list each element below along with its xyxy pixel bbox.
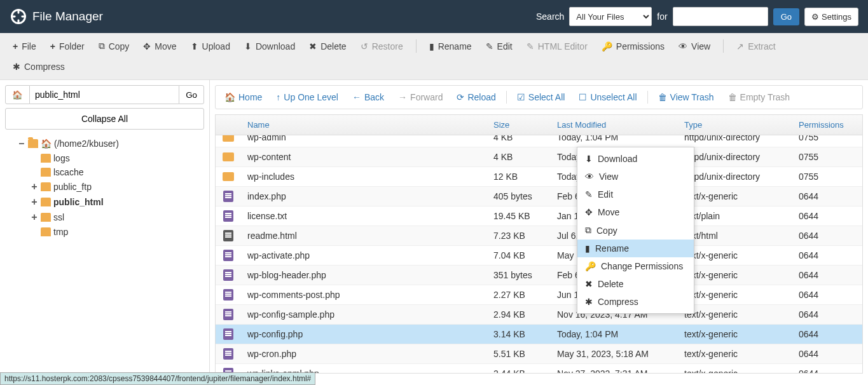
cell-name: wp-cron.php [241, 349, 493, 359]
cell-type: text/x-generic [684, 329, 799, 339]
download-button[interactable]: ⬇Download [238, 37, 301, 55]
tree-item[interactable]: +ssl [5, 210, 204, 225]
key-icon: 🔑 [602, 41, 612, 51]
home-button[interactable]: 🏠 [5, 85, 30, 104]
col-name[interactable]: Name [241, 120, 493, 130]
permissions-button[interactable]: 🔑Permissions [595, 37, 671, 55]
expand-icon[interactable]: + [31, 212, 38, 223]
eye-icon: 👁 [679, 41, 687, 51]
new-file-button[interactable]: +File [6, 37, 43, 55]
file-icon [223, 250, 233, 261]
cell-type: text/x-generic [684, 290, 799, 300]
nav-forward-button[interactable]: →Forward [392, 88, 449, 106]
ctx-change-permissions[interactable]: 🔑Change Permissions [577, 257, 694, 275]
expand-icon[interactable]: + [31, 181, 38, 192]
compress-button[interactable]: ✱Compress [6, 58, 71, 76]
tree-item[interactable]: lscache [5, 165, 204, 179]
table-row[interactable]: index.php405 bytesFeb 6, 2020, 5:03 PMte… [216, 187, 862, 206]
cell-perm: 0755 [799, 152, 862, 162]
col-size[interactable]: Size [493, 120, 557, 130]
tree-item[interactable]: +public_html [5, 194, 204, 210]
nav-view-trash-button[interactable]: 🗑View Trash [652, 88, 720, 106]
folder-icon [41, 182, 51, 191]
restore-button[interactable]: ↺Restore [354, 37, 410, 55]
nav-up-button[interactable]: ↑Up One Level [270, 88, 345, 106]
tree-root[interactable]: – 🏠 (/home2/kbuser) [5, 136, 204, 151]
search-label: Search [536, 11, 564, 22]
move-button[interactable]: ✥Move [137, 37, 183, 55]
table-row[interactable]: wp-links-opml.php2.44 KBNov 27, 2022, 7:… [216, 364, 862, 373]
path-input[interactable] [30, 85, 179, 104]
table-row[interactable]: wp-comments-post.php2.27 KBJun 15, 2023,… [216, 285, 862, 305]
ctx-copy[interactable]: ⧉Copy [577, 221, 694, 240]
delete-button[interactable]: ✖Delete [303, 37, 352, 55]
ctx-download[interactable]: ⬇Download [577, 150, 694, 168]
ctx-move[interactable]: ✥Move [577, 203, 694, 221]
col-mod[interactable]: Last Modified [557, 120, 684, 130]
nav-empty-trash-button[interactable]: 🗑Empty Trash [722, 88, 797, 106]
settings-button[interactable]: ⚙ Settings [804, 8, 858, 26]
table-row[interactable]: wp-config-sample.php2.94 KBNov 16, 2023,… [216, 305, 862, 325]
table-row[interactable]: readme.html7.23 KBJul 6, 2023, 4:11 AMte… [216, 226, 862, 246]
collapse-icon[interactable]: – [18, 138, 25, 149]
nav-unselect-all-button[interactable]: ☐Unselect All [572, 88, 643, 106]
cell-size: 12 KB [493, 172, 557, 182]
html-editor-button[interactable]: ✎HTML Editor [520, 37, 594, 55]
plus-icon: + [13, 41, 18, 51]
tree-item[interactable]: logs [5, 151, 204, 165]
path-go-button[interactable]: Go [179, 85, 204, 104]
table-row[interactable]: wp-blog-header.php351 bytesFeb 6, 2020, … [216, 266, 862, 285]
search-go-button[interactable]: Go [773, 8, 799, 25]
upload-button[interactable]: ⬆Upload [184, 37, 237, 55]
table-row[interactable]: wp-config.php3.14 KBToday, 1:04 PMtext/x… [216, 325, 862, 344]
table-row[interactable]: wp-includes12 KBToday, 1:04 PMhttpd/unix… [216, 167, 862, 187]
nav-back-button[interactable]: ←Back [346, 88, 390, 106]
tree-item[interactable]: +public_ftp [5, 179, 204, 194]
nav-reload-button[interactable]: ⟳Reload [450, 88, 502, 106]
extract-button[interactable]: ↗Extract [730, 37, 782, 55]
table-body[interactable]: wp-admin4 KBToday, 1:04 PMhttpd/unix-dir… [216, 135, 862, 373]
ctx-view[interactable]: 👁View [577, 168, 694, 186]
ctx-compress[interactable]: ✱Compress [577, 293, 694, 311]
cell-mod: Today, 1:04 PM [557, 329, 684, 339]
tree-item-label: logs [53, 153, 70, 163]
new-folder-button[interactable]: +Folder [44, 37, 91, 55]
table-row[interactable]: wp-activate.php7.04 KBMay 13, 2023, 8:05… [216, 246, 862, 266]
ctx-rename[interactable]: ▮Rename [577, 240, 694, 257]
nav-home-button[interactable]: 🏠Home [218, 88, 268, 106]
search-input[interactable] [673, 7, 768, 26]
folder-icon [41, 154, 51, 163]
table-row[interactable]: license.txt19.45 KBJan 1, 2023, 10:36 AM… [216, 206, 862, 226]
col-type[interactable]: Type [684, 120, 799, 130]
cell-name: wp-blog-header.php [241, 270, 493, 280]
edit-button[interactable]: ✎Edit [479, 37, 519, 55]
ctx-delete[interactable]: ✖Delete [577, 275, 694, 293]
cell-name: wp-config-sample.php [241, 309, 493, 320]
col-perm[interactable]: Permissions [799, 120, 862, 130]
home-icon: 🏠 [224, 92, 235, 102]
table-row[interactable]: wp-content4 KBToday, 1:04 PMhttpd/unix-d… [216, 147, 862, 167]
status-bar: https://s11.hosterpk.com:2083/cpsess7539… [0, 372, 315, 379]
extract-icon: ↗ [736, 41, 744, 51]
collapse-all-button[interactable]: Collapse All [5, 108, 204, 130]
ctx-edit[interactable]: ✎Edit [577, 186, 694, 203]
expand-icon[interactable]: + [31, 196, 38, 208]
copy-button[interactable]: ⧉Copy [92, 37, 136, 55]
cell-perm: 0644 [799, 329, 862, 339]
rename-button[interactable]: ▮Rename [423, 37, 478, 55]
compress-icon: ✱ [585, 297, 593, 307]
app-header: File Manager Search All Your Files for G… [0, 0, 868, 33]
file-icon [223, 348, 233, 360]
search-scope-select[interactable]: All Your Files [569, 7, 652, 26]
file-table: Name Size Last Modified Type Permissions… [215, 114, 863, 374]
table-row[interactable]: wp-cron.php5.51 KBMay 31, 2023, 5:18 AMt… [216, 344, 862, 364]
nav-select-all-button[interactable]: ☑Select All [511, 88, 572, 106]
cell-perm: 0644 [799, 290, 862, 300]
cell-perm: 0644 [799, 211, 862, 221]
folder-icon [28, 139, 38, 148]
view-button[interactable]: 👁View [672, 37, 717, 55]
table-row[interactable]: wp-admin4 KBToday, 1:04 PMhttpd/unix-dir… [216, 135, 862, 147]
folder-icon [223, 152, 234, 161]
cell-type: httpd/unix-directory [684, 152, 799, 162]
tree-item[interactable]: tmp [5, 225, 204, 239]
